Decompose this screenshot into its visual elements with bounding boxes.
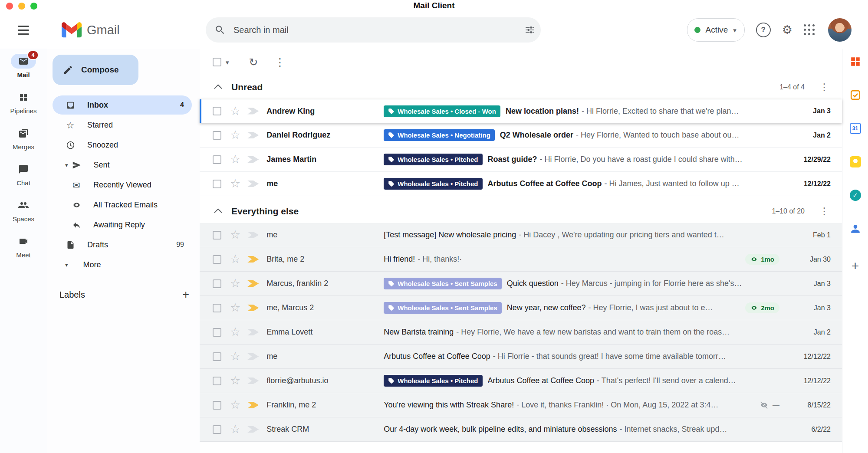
rail-item-meet[interactable]: Meet: [0, 234, 47, 259]
subject: Our 4-day work week, bulk pipeline edits…: [384, 425, 617, 433]
importance-marker-icon[interactable]: [247, 107, 259, 115]
email-row[interactable]: ☆ me Wholesale Sales • Pitched Arbutus C…: [200, 172, 842, 196]
row-checkbox[interactable]: [213, 231, 221, 240]
row-checkbox[interactable]: [213, 328, 221, 337]
settings-gear-icon[interactable]: ⚙: [782, 23, 792, 37]
importance-marker-icon[interactable]: [247, 304, 259, 312]
sidebar-item-sent[interactable]: ▾ Sent: [53, 155, 192, 174]
sidebar-item-awaiting-reply[interactable]: Awaiting Reply: [53, 215, 192, 234]
email-row[interactable]: ☆ Daniel Rodriguez Wholesale Sales • Neg…: [200, 123, 842, 148]
get-addons-icon[interactable]: +: [852, 259, 859, 272]
star-icon[interactable]: ☆: [230, 302, 240, 314]
close-window-button[interactable]: [6, 3, 13, 10]
email-row[interactable]: ☆ James Martin Wholesale Sales • Pitched…: [200, 148, 842, 172]
row-checkbox[interactable]: [213, 425, 221, 434]
select-all-checkbox[interactable]: [213, 58, 221, 66]
sidebar-item-more[interactable]: ▾ More: [53, 255, 192, 274]
more-options-icon[interactable]: ⋮: [268, 56, 291, 69]
star-icon[interactable]: ☆: [230, 154, 240, 165]
rail-item-pipelines[interactable]: Pipelines: [0, 90, 47, 115]
minimize-window-button[interactable]: [18, 3, 25, 10]
add-label-button[interactable]: +: [182, 289, 189, 301]
collapse-caret-icon[interactable]: ▾: [65, 162, 68, 168]
maximize-window-button[interactable]: [30, 3, 37, 10]
row-checkbox[interactable]: [213, 401, 221, 410]
rail-item-mail[interactable]: 4 Mail: [0, 54, 47, 79]
help-icon[interactable]: ?: [756, 23, 771, 37]
compose-button[interactable]: Compose: [53, 55, 138, 85]
email-row[interactable]: ☆ me, Marcus 2 Wholesale Sales • Sent Sa…: [200, 296, 842, 320]
section-more-icon[interactable]: ⋮: [819, 206, 829, 217]
collapse-chevron-icon[interactable]: [214, 208, 222, 216]
email-row[interactable]: ☆ Andrew King Wholesale Sales • Closed -…: [200, 99, 842, 123]
sidebar-item-drafts[interactable]: Drafts 99: [53, 235, 192, 254]
star-icon[interactable]: ☆: [230, 229, 240, 241]
google-apps-icon[interactable]: [804, 24, 815, 36]
sidebar-item-inbox[interactable]: Inbox 4: [53, 95, 192, 115]
calendar-icon[interactable]: 31: [849, 122, 861, 135]
row-checkbox[interactable]: [213, 155, 221, 164]
collapse-chevron-icon[interactable]: [214, 84, 222, 92]
importance-marker-icon[interactable]: [247, 180, 259, 188]
row-checkbox[interactable]: [213, 131, 221, 140]
row-checkbox[interactable]: [213, 377, 221, 385]
status-selector[interactable]: Active ▾: [687, 18, 745, 42]
importance-marker-icon[interactable]: [247, 156, 259, 164]
row-checkbox[interactable]: [213, 352, 221, 361]
rail-item-merges[interactable]: Merges: [0, 126, 47, 151]
sidebar-item-starred[interactable]: ☆ Starred: [53, 115, 192, 135]
rail-item-chat[interactable]: Chat: [0, 162, 47, 187]
eye-off-icon: [760, 400, 769, 410]
streak-tasks-icon[interactable]: [849, 89, 861, 101]
keep-icon[interactable]: [849, 156, 861, 168]
select-dropdown-icon[interactable]: ▾: [226, 59, 229, 66]
search-bar[interactable]: [206, 17, 541, 43]
email-row[interactable]: ☆ florrie@arbutus.io Wholesale Sales • P…: [200, 369, 842, 393]
importance-marker-icon[interactable]: [247, 256, 259, 263]
email-row[interactable]: ☆ Streak CRM Our 4-day work week, bulk p…: [200, 417, 842, 442]
importance-marker-icon[interactable]: [247, 377, 259, 385]
contacts-icon[interactable]: [849, 223, 861, 235]
search-options-icon[interactable]: [524, 24, 536, 36]
email-row[interactable]: ☆ Emma Lovett New Barista training- Hey …: [200, 320, 842, 345]
importance-marker-icon[interactable]: [247, 231, 259, 239]
rail-item-spaces[interactable]: Spaces: [0, 198, 47, 223]
star-icon[interactable]: ☆: [230, 375, 240, 387]
search-input[interactable]: [233, 25, 524, 36]
email-row[interactable]: ☆ Marcus, franklin 2 Wholesale Sales • S…: [200, 272, 842, 296]
star-icon[interactable]: ☆: [230, 178, 240, 190]
refresh-icon[interactable]: ↻: [243, 56, 264, 69]
section-more-icon[interactable]: ⋮: [819, 82, 829, 93]
sidebar-item-snoozed[interactable]: Snoozed: [53, 135, 192, 154]
star-icon[interactable]: ☆: [230, 399, 240, 411]
star-icon[interactable]: ☆: [230, 253, 240, 265]
row-checkbox[interactable]: [213, 279, 221, 288]
importance-marker-icon[interactable]: [247, 353, 259, 361]
importance-marker-icon[interactable]: [247, 131, 259, 139]
star-icon[interactable]: ☆: [230, 129, 240, 141]
email-row[interactable]: ☆ me Arbutus Coffee at Coffee Coop- Hi F…: [200, 345, 842, 369]
streak-boxes-icon[interactable]: [849, 56, 861, 68]
merges-icon: [18, 128, 29, 138]
email-row[interactable]: ☆ Franklin, me 2 You're viewing this wit…: [200, 393, 842, 417]
importance-marker-icon[interactable]: [247, 328, 259, 336]
importance-marker-icon[interactable]: [247, 401, 259, 409]
star-icon[interactable]: ☆: [230, 351, 240, 362]
star-icon[interactable]: ☆: [230, 326, 240, 338]
row-checkbox[interactable]: [213, 255, 221, 264]
row-checkbox[interactable]: [213, 180, 221, 188]
email-row[interactable]: ☆ me [Test message] New wholesale pricin…: [200, 223, 842, 247]
main-menu-icon[interactable]: [14, 22, 33, 38]
avatar[interactable]: [828, 18, 852, 42]
sidebar-item-all-tracked-emails[interactable]: All Tracked Emails: [53, 195, 192, 214]
email-row[interactable]: ☆ Brita, me 2 Hi friend!- Hi, thanks!· 1…: [200, 247, 842, 272]
row-checkbox[interactable]: [213, 107, 221, 115]
importance-marker-icon[interactable]: [247, 280, 259, 288]
star-icon[interactable]: ☆: [230, 105, 240, 117]
star-icon[interactable]: ☆: [230, 278, 240, 289]
row-checkbox[interactable]: [213, 304, 221, 312]
star-icon[interactable]: ☆: [230, 423, 240, 435]
sidebar-item-recently-viewed[interactable]: ✉ Recently Viewed: [53, 175, 192, 194]
importance-marker-icon[interactable]: [247, 426, 259, 433]
tasks-icon[interactable]: ✓: [849, 189, 861, 201]
